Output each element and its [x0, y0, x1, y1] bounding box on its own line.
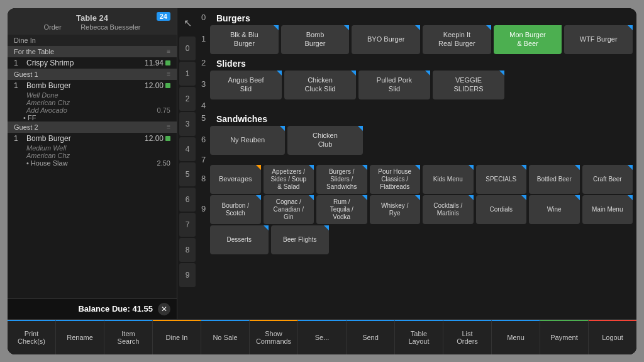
cognac-btn[interactable]: Cognac /Canadian /Gin — [264, 195, 314, 224]
toolbar: PrintCheck(s) Rename ItemSearch Dine In … — [8, 319, 636, 354]
rum-btn[interactable]: Rum /Tequila /Vodka — [316, 195, 367, 224]
num-2[interactable]: 2 — [179, 87, 196, 111]
order-items: For the Table ≡ 1 Crispy Shrimp 11.94 Gu… — [8, 46, 177, 298]
keepin-it-real-btn[interactable]: Keepin ItReal Burger — [423, 25, 491, 54]
desserts-btn[interactable]: Desserts — [210, 225, 269, 254]
cordials-btn[interactable]: Cordials — [476, 195, 527, 224]
item-mod: Well Done — [8, 91, 177, 99]
row-num-6: 6 — [201, 126, 210, 144]
dine-in-label: Dine In — [14, 37, 36, 44]
se-btn[interactable]: Se... — [298, 320, 347, 354]
sandwiches-label: Sandwiches — [210, 111, 274, 125]
row-num-5: 5 — [201, 113, 210, 123]
row-num-3: 3 — [201, 71, 210, 89]
lines-icon-g1: ≡ — [167, 71, 170, 78]
item-mod: Medium Well — [8, 144, 177, 152]
section-guest-1: Guest 1 ≡ — [8, 69, 177, 80]
bomb-burger-btn[interactable]: BombBurger — [281, 25, 350, 54]
pour-house-btn[interactable]: Pour HouseClassics /Flatbreads — [370, 165, 421, 194]
row-num-4: 4 — [201, 101, 210, 110]
craft-beer-btn[interactable]: Craft Beer — [582, 165, 633, 194]
payment-btn[interactable]: Payment — [540, 320, 589, 354]
balance-label: Balance Due: 41.55 — [78, 304, 153, 314]
num-5[interactable]: 5 — [179, 162, 196, 186]
row-num-8: 8 — [201, 165, 210, 183]
cocktails-btn[interactable]: Cocktails /Martinis — [423, 195, 474, 224]
order-type: Dine In — [8, 35, 177, 46]
angus-beef-slid-btn[interactable]: Angus BeefSlid — [210, 71, 282, 99]
blk-blu-burger-btn[interactable]: Blk & BluBurger — [210, 25, 279, 54]
num-8[interactable]: 8 — [179, 238, 196, 262]
burgers-sliders-btn[interactable]: Burgers /Sliders /Sandwichs — [316, 165, 367, 194]
item-mod: American Chz — [8, 152, 177, 159]
order-header: Table 24 24 Order Rebecca Buesseler — [8, 8, 177, 35]
byo-burger-btn[interactable]: BYO Burger — [352, 25, 420, 54]
bottled-beer-btn[interactable]: Bottled Beer — [529, 165, 580, 194]
burgers-label: Burgers — [210, 11, 257, 25]
bourbon-scotch-btn[interactable]: Bourbon /Scotch — [210, 195, 261, 224]
guest-1-label: Guest 1 — [14, 71, 38, 78]
section-guest-2: Guest 2 ≡ — [8, 122, 177, 133]
balance-row: Balance Due: 41.55 ✕ — [8, 298, 177, 319]
lines-icon: ≡ — [167, 48, 170, 55]
cursor-icon: ↖ — [179, 11, 196, 35]
mod-name: Add Avocado — [26, 106, 67, 114]
table-row: 1 Bomb Burger 12.00 — [8, 80, 177, 91]
row-num-2: 2 — [201, 58, 210, 67]
green-dot — [165, 60, 170, 65]
num-0[interactable]: 0 — [179, 37, 196, 60]
main-menu-btn[interactable]: Main Menu — [582, 195, 633, 224]
table-layout-btn[interactable]: TableLayout — [395, 320, 443, 354]
kids-menu-btn[interactable]: Kids Menu — [423, 165, 474, 194]
menu-panel: 0 Burgers 1 Blk & BluBurger BombBurger B… — [197, 8, 636, 319]
num-4[interactable]: 4 — [179, 137, 196, 161]
order-sub: Order Rebecca Buesseler — [14, 23, 170, 31]
show-commands-btn[interactable]: ShowCommands — [250, 320, 298, 354]
beer-flights-btn[interactable]: Beer Flights — [271, 225, 330, 254]
row-num-1: 1 — [201, 25, 210, 43]
item-name: Bomb Burger — [23, 134, 145, 143]
item-qty: 1 — [14, 134, 23, 143]
print-checks-btn[interactable]: PrintCheck(s) — [8, 320, 56, 354]
item-search-btn[interactable]: ItemSearch — [104, 320, 153, 354]
num-1[interactable]: 1 — [179, 62, 196, 86]
specials-btn[interactable]: SPECIALS — [476, 165, 527, 194]
server-name: Rebecca Buesseler — [80, 23, 140, 31]
wtf-burger-btn[interactable]: WTF Burger — [564, 25, 633, 54]
rename-btn[interactable]: Rename — [56, 320, 104, 354]
send-btn[interactable]: Send — [347, 320, 395, 354]
num-6[interactable]: 6 — [179, 188, 196, 212]
item-qty: 1 — [14, 59, 23, 67]
num-3[interactable]: 3 — [179, 112, 196, 136]
close-button[interactable]: ✕ — [158, 303, 170, 315]
green-dot — [165, 83, 170, 88]
whiskey-btn[interactable]: Whiskey /Rye — [370, 195, 421, 224]
chicken-club-btn[interactable]: ChickenClub — [287, 126, 362, 155]
ny-reuben-btn[interactable]: Ny Reuben — [210, 126, 285, 155]
item-price: 11.94 — [145, 59, 170, 67]
guest-2-label: Guest 2 — [14, 123, 38, 131]
no-sale-btn[interactable]: No Sale — [201, 320, 250, 354]
menu-btn-toolbar[interactable]: Menu — [492, 320, 540, 354]
num-9[interactable]: 9 — [179, 263, 196, 287]
section-for-the-table: For the Table ≡ — [8, 46, 177, 57]
order-panel: Table 24 24 Order Rebecca Buesseler Dine… — [8, 8, 177, 319]
mon-burger-beer-btn[interactable]: Mon Burger& Beer — [494, 25, 562, 54]
dine-in-btn[interactable]: Dine In — [153, 320, 201, 354]
veggie-sliders-btn[interactable]: VEGGIESLIDERS — [433, 71, 504, 99]
content-area: Table 24 24 Order Rebecca Buesseler Dine… — [8, 8, 636, 319]
appetizers-btn[interactable]: Appetizers /Sides / Soup& Salad — [264, 165, 314, 194]
table-badge: 24 — [157, 12, 170, 21]
pulled-pork-slid-btn[interactable]: Pulled PorkSlid — [358, 71, 430, 99]
num-7[interactable]: 7 — [179, 213, 196, 237]
list-orders-btn[interactable]: ListOrders — [443, 320, 492, 354]
item-qty: 1 — [14, 81, 23, 90]
sliders-label: Sliders — [210, 56, 252, 70]
chicken-cluck-slid-btn[interactable]: ChickenCluck Slid — [284, 71, 356, 99]
item-mod-with-price: • House Slaw 2.50 — [8, 159, 177, 167]
wine-btn[interactable]: Wine — [529, 195, 580, 224]
beverages-btn[interactable]: Beverages — [210, 165, 261, 194]
row-num-7-label: 7 — [201, 155, 210, 164]
logout-btn[interactable]: Logout — [589, 320, 636, 354]
number-pad: ↖ 0 1 2 3 4 5 6 7 8 9 — [177, 8, 197, 319]
